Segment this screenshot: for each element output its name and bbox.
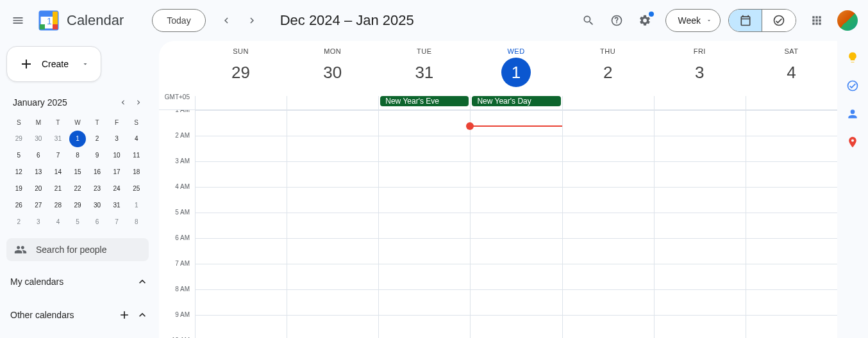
time-cell[interactable] (195, 136, 287, 161)
other-calendars-toggle[interactable]: Other calendars (6, 302, 149, 328)
day-number[interactable]: 2 (593, 58, 622, 87)
mini-day[interactable]: 8 (69, 147, 86, 164)
time-cell[interactable] (654, 290, 746, 315)
mini-day[interactable]: 13 (30, 164, 47, 181)
allday-event[interactable]: New Year's Day (472, 96, 560, 106)
time-cell[interactable] (195, 264, 287, 289)
mini-day[interactable]: 3 (108, 131, 125, 147)
time-cell[interactable] (654, 316, 746, 338)
time-cell[interactable] (378, 188, 470, 213)
allday-cell[interactable] (195, 96, 287, 109)
time-cell[interactable] (562, 213, 654, 238)
day-number[interactable]: 30 (318, 58, 347, 87)
time-cell[interactable] (378, 136, 470, 161)
mini-day[interactable]: 14 (49, 164, 66, 181)
tasks-addon[interactable] (846, 79, 859, 92)
mini-day[interactable]: 7 (49, 147, 66, 164)
time-cell[interactable] (562, 111, 654, 136)
time-cell[interactable] (378, 239, 470, 264)
allday-cell[interactable] (746, 96, 837, 109)
mini-day[interactable]: 31 (108, 197, 125, 214)
time-cell[interactable] (746, 213, 837, 238)
time-cell[interactable] (195, 290, 287, 315)
time-cell[interactable] (562, 136, 654, 161)
mini-day[interactable]: 12 (10, 164, 27, 181)
apps-button[interactable] (804, 8, 830, 33)
time-cell[interactable] (287, 213, 378, 238)
time-cell[interactable] (378, 316, 470, 338)
allday-event[interactable]: New Year's Eve (380, 96, 469, 106)
mini-day[interactable]: 30 (89, 197, 106, 214)
time-cell[interactable] (654, 239, 746, 264)
day-number[interactable]: 1 (501, 58, 531, 87)
time-cell[interactable] (378, 162, 470, 187)
time-cell[interactable] (287, 111, 378, 136)
time-cell[interactable] (746, 264, 837, 289)
today-button[interactable]: Today (152, 9, 205, 32)
mini-day[interactable]: 5 (10, 147, 27, 164)
mini-day[interactable]: 4 (128, 131, 145, 147)
mini-day[interactable]: 9 (89, 147, 106, 164)
time-cell[interactable] (195, 162, 287, 187)
mini-day[interactable]: 29 (10, 131, 27, 147)
mini-day[interactable]: 2 (10, 214, 27, 230)
mini-day[interactable]: 10 (108, 147, 125, 164)
mini-day[interactable]: 20 (30, 181, 47, 197)
time-cell[interactable] (746, 136, 837, 161)
time-cell[interactable] (746, 162, 837, 187)
time-cell[interactable] (470, 188, 562, 213)
time-cell[interactable] (746, 239, 837, 264)
day-number[interactable]: 3 (685, 58, 714, 87)
allday-cell[interactable] (562, 96, 654, 109)
time-cell[interactable] (195, 213, 287, 238)
time-cell[interactable] (378, 111, 470, 136)
mini-day[interactable]: 6 (89, 214, 106, 230)
mini-day[interactable]: 2 (89, 131, 106, 147)
time-cell[interactable] (562, 316, 654, 338)
mini-day[interactable]: 7 (108, 214, 125, 230)
mini-day[interactable]: 22 (69, 181, 86, 197)
time-cell[interactable] (470, 316, 562, 338)
time-cell[interactable] (287, 290, 378, 315)
mini-day[interactable]: 11 (128, 147, 145, 164)
day-number[interactable]: 4 (776, 58, 806, 87)
plus-icon[interactable] (118, 309, 131, 321)
contacts-addon[interactable] (846, 108, 859, 120)
day-number[interactable]: 31 (410, 58, 439, 87)
maps-addon[interactable] (846, 136, 859, 149)
keep-addon[interactable] (846, 51, 859, 64)
settings-button[interactable] (632, 8, 658, 33)
tasks-mode-button[interactable] (762, 10, 796, 31)
mini-day[interactable]: 26 (10, 197, 27, 214)
time-cell[interactable] (562, 188, 654, 213)
time-cell[interactable] (470, 290, 562, 315)
view-selector[interactable]: Week (665, 9, 721, 32)
mini-day[interactable]: 1 (128, 197, 145, 214)
time-cell[interactable] (562, 290, 654, 315)
time-cell[interactable] (195, 188, 287, 213)
allday-cell[interactable]: New Year's Eve (378, 96, 470, 109)
time-cell[interactable] (746, 188, 837, 213)
time-cell[interactable] (654, 188, 746, 213)
mini-day[interactable]: 30 (30, 131, 47, 147)
time-cell[interactable] (378, 264, 470, 289)
time-cell[interactable] (287, 188, 378, 213)
create-button[interactable]: Create (6, 46, 101, 82)
mini-day[interactable]: 4 (49, 214, 66, 230)
time-cell[interactable] (470, 162, 562, 187)
time-grid[interactable]: 1 AM2 AM3 AM4 AM5 AM6 AM7 AM8 AM9 AM10 A… (159, 110, 837, 338)
time-cell[interactable] (746, 316, 837, 338)
mini-day[interactable]: 29 (69, 197, 86, 214)
day-number[interactable]: 29 (226, 58, 256, 87)
mini-day[interactable]: 24 (108, 181, 125, 197)
time-cell[interactable] (287, 316, 378, 338)
mini-day[interactable]: 31 (49, 131, 66, 147)
time-cell[interactable] (378, 290, 470, 315)
time-cell[interactable] (195, 239, 287, 264)
my-calendars-toggle[interactable]: My calendars (6, 269, 149, 294)
time-cell[interactable] (654, 264, 746, 289)
next-week-button[interactable] (239, 8, 265, 33)
time-cell[interactable] (746, 111, 837, 136)
time-cell[interactable] (654, 162, 746, 187)
time-cell[interactable] (654, 213, 746, 238)
